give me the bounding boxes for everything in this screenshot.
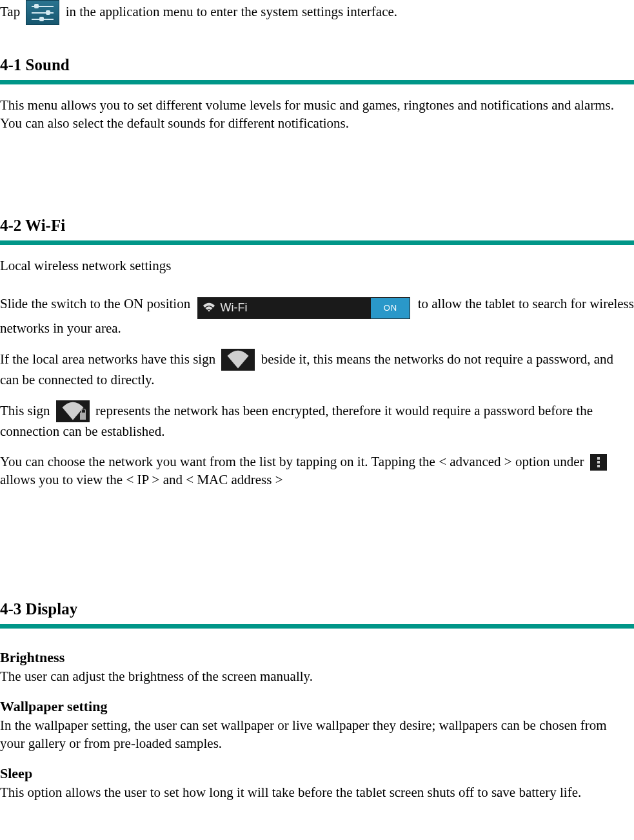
wifi-toggle-state: ON	[371, 298, 410, 318]
wifi-advanced-paragraph: You can choose the network you want from…	[0, 453, 634, 489]
sound-body: This menu allows you to set different vo…	[0, 96, 634, 133]
intro-before: Tap	[0, 4, 20, 19]
settings-icon	[26, 0, 59, 25]
intro-after: in the application menu to enter the sys…	[66, 4, 397, 19]
section-sound: 4-1 Sound This menu allows you to set di…	[0, 54, 634, 189]
sleep-body: This option allows the user to set how l…	[0, 783, 634, 801]
heading-display: 4-3 Display	[0, 598, 634, 620]
wallpaper-body: In the wallpaper setting, the user can s…	[0, 716, 634, 753]
section-wifi: 4-2 Wi-Fi Local wireless network setting…	[0, 215, 634, 572]
lock-icon	[80, 413, 86, 420]
block-brightness: Brightness The user can adjust the brigh…	[0, 648, 634, 685]
wifi-locked-icon	[56, 400, 90, 422]
divider	[0, 624, 634, 629]
wifi-locked-paragraph: This sign represents the network has bee…	[0, 400, 634, 440]
wifi-p3-before: If the local area networks have this sig…	[0, 351, 215, 367]
wifi-p2-before: Slide the switch to the ON position	[0, 296, 190, 311]
wifi-p5-after: allows you to view the < IP > and < MAC …	[0, 472, 283, 487]
subheading-wallpaper: Wallpaper setting	[0, 697, 634, 716]
divider	[0, 80, 634, 84]
wifi-open-paragraph: If the local area networks have this sig…	[0, 349, 634, 389]
wifi-p5-before: You can choose the network you want from…	[0, 454, 584, 469]
wifi-p4-before: This sign	[0, 403, 50, 418]
wifi-icon	[202, 301, 216, 315]
brightness-body: The user can adjust the brightness of th…	[0, 667, 634, 685]
wifi-toggle[interactable]: Wi-Fi ON	[197, 297, 410, 319]
heading-sound: 4-1 Sound	[0, 54, 634, 76]
block-wallpaper: Wallpaper setting In the wallpaper setti…	[0, 697, 634, 752]
section-display: 4-3 Display Brightness The user can adju…	[0, 598, 634, 801]
intro-paragraph: Tap in the application menu to enter the…	[0, 0, 634, 25]
wifi-subtitle: Local wireless network settings	[0, 257, 634, 275]
wifi-toggle-label: Wi-Fi	[220, 300, 247, 315]
wifi-open-icon	[221, 349, 255, 371]
block-sleep: Sleep This option allows the user to set…	[0, 764, 634, 801]
wifi-switch-paragraph: Slide the switch to the ON position Wi-F…	[0, 295, 634, 337]
divider	[0, 240, 634, 245]
subheading-sleep: Sleep	[0, 764, 634, 783]
overflow-menu-icon	[590, 454, 607, 471]
heading-wifi: 4-2 Wi-Fi	[0, 215, 634, 237]
subheading-brightness: Brightness	[0, 648, 634, 667]
